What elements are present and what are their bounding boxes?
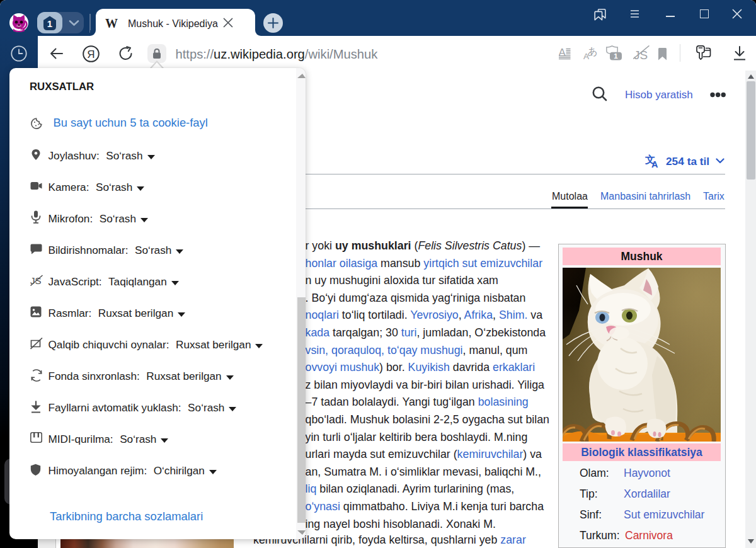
svg-text:JS: JS xyxy=(634,49,648,60)
svg-text:1: 1 xyxy=(614,52,618,60)
svg-text:A: A xyxy=(651,159,658,168)
svg-text:あ: あ xyxy=(588,46,598,57)
svg-text:1: 1 xyxy=(47,18,52,29)
svg-text:Я: Я xyxy=(87,49,94,60)
svg-text:A: A xyxy=(559,48,566,59)
